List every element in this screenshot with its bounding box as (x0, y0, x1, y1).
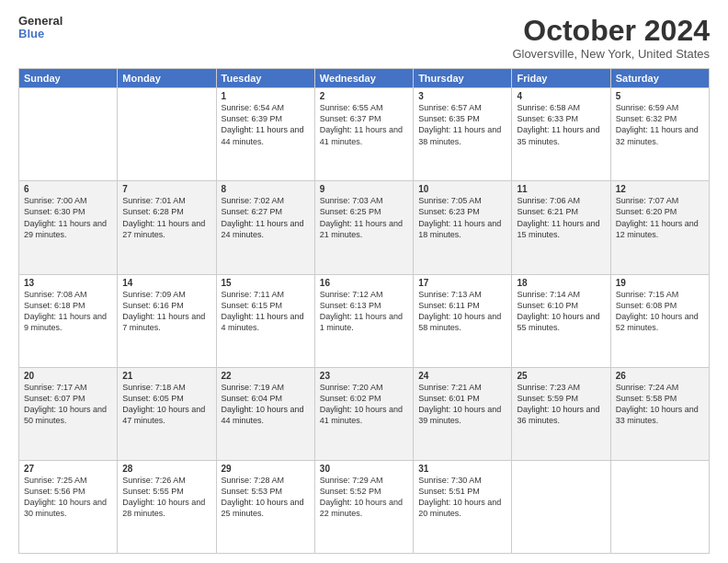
week-row-1: 1Sunrise: 6:54 AM Sunset: 6:39 PM Daylig… (19, 88, 710, 181)
day-cell: 2Sunrise: 6:55 AM Sunset: 6:37 PM Daylig… (314, 88, 413, 181)
month-title: October 2024 (512, 15, 710, 47)
day-number: 7 (122, 184, 210, 194)
day-info: Sunrise: 7:26 AM Sunset: 5:55 PM Dayligh… (122, 475, 210, 520)
day-cell: 12Sunrise: 7:07 AM Sunset: 6:20 PM Dayli… (610, 181, 709, 274)
day-number: 20 (24, 371, 112, 381)
day-info: Sunrise: 7:02 AM Sunset: 6:27 PM Dayligh… (222, 195, 310, 240)
calendar: SundayMondayTuesdayWednesdayThursdayFrid… (18, 68, 710, 554)
day-number: 12 (616, 184, 704, 194)
day-number: 27 (24, 464, 112, 474)
day-number: 19 (616, 278, 704, 288)
day-cell: 25Sunrise: 7:23 AM Sunset: 5:59 PM Dayli… (512, 367, 610, 460)
week-row-2: 6Sunrise: 7:00 AM Sunset: 6:30 PM Daylig… (19, 181, 710, 274)
day-cell (610, 460, 709, 553)
day-info: Sunrise: 7:08 AM Sunset: 6:18 PM Dayligh… (24, 289, 112, 334)
day-info: Sunrise: 7:23 AM Sunset: 5:59 PM Dayligh… (517, 382, 605, 427)
day-number: 17 (418, 278, 506, 288)
day-number: 6 (24, 184, 112, 194)
day-info: Sunrise: 6:54 AM Sunset: 6:39 PM Dayligh… (222, 102, 310, 147)
day-number: 10 (418, 184, 506, 194)
day-cell: 20Sunrise: 7:17 AM Sunset: 6:07 PM Dayli… (19, 367, 118, 460)
day-info: Sunrise: 7:06 AM Sunset: 6:21 PM Dayligh… (517, 195, 605, 240)
location: Gloversville, New York, United States (512, 47, 710, 61)
day-info: Sunrise: 7:05 AM Sunset: 6:23 PM Dayligh… (418, 195, 506, 240)
weekday-header-sunday: Sunday (19, 69, 118, 88)
week-row-4: 20Sunrise: 7:17 AM Sunset: 6:07 PM Dayli… (19, 367, 710, 460)
day-info: Sunrise: 7:29 AM Sunset: 5:52 PM Dayligh… (320, 475, 408, 520)
day-info: Sunrise: 7:21 AM Sunset: 6:01 PM Dayligh… (418, 382, 506, 427)
day-info: Sunrise: 7:18 AM Sunset: 6:05 PM Dayligh… (122, 382, 210, 427)
day-number: 29 (222, 464, 310, 474)
day-info: Sunrise: 6:58 AM Sunset: 6:33 PM Dayligh… (517, 102, 605, 147)
day-cell (19, 88, 118, 181)
day-number: 9 (320, 184, 408, 194)
day-number: 15 (222, 278, 310, 288)
day-cell: 8Sunrise: 7:02 AM Sunset: 6:27 PM Daylig… (216, 181, 314, 274)
day-cell: 10Sunrise: 7:05 AM Sunset: 6:23 PM Dayli… (414, 181, 512, 274)
day-number: 30 (320, 464, 408, 474)
logo: General Blue General Blue (18, 15, 63, 41)
day-number: 22 (222, 371, 310, 381)
day-info: Sunrise: 7:20 AM Sunset: 6:02 PM Dayligh… (320, 382, 408, 427)
day-info: Sunrise: 7:19 AM Sunset: 6:04 PM Dayligh… (222, 382, 310, 427)
day-number: 21 (122, 371, 210, 381)
header: General Blue General Blue October 2024 G… (18, 15, 710, 61)
day-info: Sunrise: 7:11 AM Sunset: 6:15 PM Dayligh… (222, 289, 310, 334)
week-row-3: 13Sunrise: 7:08 AM Sunset: 6:18 PM Dayli… (19, 274, 710, 367)
day-info: Sunrise: 7:13 AM Sunset: 6:11 PM Dayligh… (418, 289, 506, 334)
day-cell: 24Sunrise: 7:21 AM Sunset: 6:01 PM Dayli… (414, 367, 512, 460)
day-number: 2 (320, 91, 408, 101)
day-cell: 14Sunrise: 7:09 AM Sunset: 6:16 PM Dayli… (118, 274, 216, 367)
weekday-header-friday: Friday (512, 69, 610, 88)
day-cell: 7Sunrise: 7:01 AM Sunset: 6:28 PM Daylig… (118, 181, 216, 274)
day-info: Sunrise: 7:01 AM Sunset: 6:28 PM Dayligh… (122, 195, 210, 240)
weekday-header-tuesday: Tuesday (216, 69, 314, 88)
day-info: Sunrise: 7:03 AM Sunset: 6:25 PM Dayligh… (320, 195, 408, 240)
day-cell: 13Sunrise: 7:08 AM Sunset: 6:18 PM Dayli… (19, 274, 118, 367)
day-cell: 29Sunrise: 7:28 AM Sunset: 5:53 PM Dayli… (216, 460, 314, 553)
day-cell: 31Sunrise: 7:30 AM Sunset: 5:51 PM Dayli… (414, 460, 512, 553)
day-cell (118, 88, 216, 181)
day-number: 8 (222, 184, 310, 194)
day-cell: 11Sunrise: 7:06 AM Sunset: 6:21 PM Dayli… (512, 181, 610, 274)
day-number: 18 (517, 278, 605, 288)
day-cell: 26Sunrise: 7:24 AM Sunset: 5:58 PM Dayli… (610, 367, 709, 460)
day-info: Sunrise: 6:55 AM Sunset: 6:37 PM Dayligh… (320, 102, 408, 147)
day-cell: 27Sunrise: 7:25 AM Sunset: 5:56 PM Dayli… (19, 460, 118, 553)
day-cell (512, 460, 610, 553)
day-info: Sunrise: 7:25 AM Sunset: 5:56 PM Dayligh… (24, 475, 112, 520)
day-cell: 17Sunrise: 7:13 AM Sunset: 6:11 PM Dayli… (414, 274, 512, 367)
day-cell: 4Sunrise: 6:58 AM Sunset: 6:33 PM Daylig… (512, 88, 610, 181)
day-cell: 9Sunrise: 7:03 AM Sunset: 6:25 PM Daylig… (314, 181, 413, 274)
day-number: 13 (24, 278, 112, 288)
day-info: Sunrise: 7:00 AM Sunset: 6:30 PM Dayligh… (24, 195, 112, 240)
day-cell: 5Sunrise: 6:59 AM Sunset: 6:32 PM Daylig… (610, 88, 709, 181)
day-number: 4 (517, 91, 605, 101)
day-number: 1 (222, 91, 310, 101)
day-number: 28 (122, 464, 210, 474)
day-cell: 3Sunrise: 6:57 AM Sunset: 6:35 PM Daylig… (414, 88, 512, 181)
day-info: Sunrise: 7:17 AM Sunset: 6:07 PM Dayligh… (24, 382, 112, 427)
day-cell: 6Sunrise: 7:00 AM Sunset: 6:30 PM Daylig… (19, 181, 118, 274)
weekday-header-thursday: Thursday (414, 69, 512, 88)
day-number: 14 (122, 278, 210, 288)
day-info: Sunrise: 7:12 AM Sunset: 6:13 PM Dayligh… (320, 289, 408, 334)
day-info: Sunrise: 7:24 AM Sunset: 5:58 PM Dayligh… (616, 382, 704, 427)
day-number: 3 (418, 91, 506, 101)
day-cell: 15Sunrise: 7:11 AM Sunset: 6:15 PM Dayli… (216, 274, 314, 367)
day-cell: 16Sunrise: 7:12 AM Sunset: 6:13 PM Dayli… (314, 274, 413, 367)
day-number: 26 (616, 371, 704, 381)
day-info: Sunrise: 7:28 AM Sunset: 5:53 PM Dayligh… (222, 475, 310, 520)
day-info: Sunrise: 7:15 AM Sunset: 6:08 PM Dayligh… (616, 289, 704, 334)
day-number: 23 (320, 371, 408, 381)
week-row-5: 27Sunrise: 7:25 AM Sunset: 5:56 PM Dayli… (19, 460, 710, 553)
day-number: 11 (517, 184, 605, 194)
day-number: 25 (517, 371, 605, 381)
weekday-header-wednesday: Wednesday (314, 69, 413, 88)
day-info: Sunrise: 7:14 AM Sunset: 6:10 PM Dayligh… (517, 289, 605, 334)
logo-blue: Blue (18, 28, 63, 40)
day-number: 24 (418, 371, 506, 381)
day-cell: 22Sunrise: 7:19 AM Sunset: 6:04 PM Dayli… (216, 367, 314, 460)
day-cell: 28Sunrise: 7:26 AM Sunset: 5:55 PM Dayli… (118, 460, 216, 553)
title-block: October 2024 Gloversville, New York, Uni… (512, 15, 710, 61)
